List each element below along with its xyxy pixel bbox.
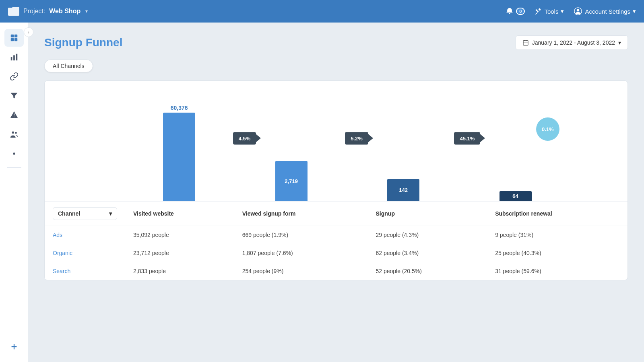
- bar-viewed-label: 2,719: [285, 178, 298, 184]
- project-dropdown-arrow: ▾: [85, 8, 88, 14]
- main-layout: ›: [0, 23, 644, 362]
- row-viewed-ads: 669 people (1.9%): [234, 226, 368, 244]
- svg-point-9: [12, 132, 14, 134]
- bar-visited-wrapper: 60,376: [163, 97, 195, 201]
- settings-icon: [10, 149, 19, 158]
- svg-rect-7: [13, 55, 15, 60]
- add-icon: [10, 342, 19, 351]
- row-renewal-search: 31 people (59.6%): [487, 262, 627, 280]
- date-range-button[interactable]: January 1, 2022 - August 3, 2022 ▾: [516, 35, 628, 50]
- svg-point-11: [13, 152, 15, 155]
- topnav: Project: Web Shop ▾ 0 Tools ▾ Account Se…: [0, 0, 644, 23]
- channel-select-label: Channel: [58, 210, 80, 217]
- sidebar-item-alerts[interactable]: [4, 106, 24, 124]
- table-row: Ads 35,092 people 669 people (1.9%) 29 p…: [45, 226, 627, 244]
- row-signup-ads: 29 people (4.3%): [368, 226, 487, 244]
- conv-badge-3: 45.1%: [454, 132, 480, 144]
- tools-arrow: ▾: [561, 8, 564, 15]
- row-signup-search: 52 people (20.5%): [368, 262, 487, 280]
- table-row: Search 2,833 people 254 people (9%) 52 p…: [45, 262, 627, 280]
- chart-col-viewed: 2,719 5.2%: [235, 89, 347, 201]
- row-channel-search: Search: [45, 262, 125, 280]
- all-channels-button[interactable]: All Channels: [44, 60, 93, 72]
- conv-circle: 0.1%: [536, 117, 559, 141]
- svg-rect-6: [10, 57, 12, 60]
- svg-rect-2: [10, 35, 13, 37]
- conv-badge-1: 4.5%: [233, 132, 256, 144]
- bar-visited-label: 60,376: [171, 105, 188, 111]
- chart-icon: [10, 53, 19, 62]
- sidebar-item-users[interactable]: [4, 125, 24, 143]
- page-header: Signup Funnel January 1, 2022 - August 3…: [44, 35, 628, 50]
- calendar-icon: [522, 39, 529, 46]
- conv-arrow-1: 4.5%: [233, 132, 256, 144]
- row-renewal-organic: 25 people (40.3%): [487, 244, 627, 262]
- table-header: Channel ▾ Visited website Viewed signup …: [45, 202, 627, 226]
- row-channel-organic: Organic: [45, 244, 125, 262]
- svg-rect-8: [16, 54, 17, 61]
- notification-badge: 0: [516, 8, 525, 15]
- chart-area: 60,376 4.5% 2,719: [45, 81, 627, 202]
- funnel-table: Channel ▾ Visited website Viewed signup …: [45, 202, 627, 280]
- conv-badge-2: 5.2%: [345, 132, 368, 144]
- chart-col-visited: 60,376 4.5%: [123, 89, 235, 201]
- row-visited-search: 2,833 people: [125, 262, 234, 280]
- conv-arrow-3: 45.1%: [454, 132, 480, 144]
- col-header-signup: Signup: [368, 202, 487, 226]
- svg-point-1: [577, 9, 579, 11]
- col-header-visited: Visited website: [125, 202, 234, 226]
- notifications-button[interactable]: 0: [506, 7, 525, 15]
- conv-arrow-2: 5.2%: [345, 132, 368, 144]
- chart-col-renewal: 64 0.1%: [459, 89, 571, 201]
- bar-signup-wrapper: 142: [387, 97, 419, 201]
- sidebar-item-charts[interactable]: [4, 48, 24, 66]
- bar-signup-label: 142: [399, 187, 408, 193]
- sidebar-item-settings[interactable]: [4, 145, 24, 162]
- sidebar-item-links[interactable]: [4, 68, 24, 85]
- wrench-icon: [535, 8, 542, 15]
- row-viewed-organic: 1,807 people (7.6%): [234, 244, 368, 262]
- account-arrow: ▾: [633, 8, 636, 15]
- svg-rect-14: [523, 41, 528, 45]
- sidebar-toggle[interactable]: ›: [24, 27, 33, 37]
- svg-rect-5: [14, 38, 17, 41]
- search-link[interactable]: Search: [53, 268, 70, 274]
- row-viewed-search: 254 people (9%): [234, 262, 368, 280]
- link-icon: [10, 72, 19, 81]
- row-renewal-ads: 9 people (31%): [487, 226, 627, 244]
- row-channel-ads: Ads: [45, 226, 125, 244]
- alert-icon: [10, 111, 19, 119]
- dashboard-icon: [10, 33, 19, 42]
- page-title: Signup Funnel: [44, 36, 122, 49]
- tools-label: Tools: [544, 8, 558, 15]
- filter-icon: [10, 91, 19, 100]
- date-range-arrow: ▾: [618, 39, 621, 46]
- table-row: Organic 23,712 people 1,807 people (7.6%…: [45, 244, 627, 262]
- sidebar-add-button[interactable]: [4, 338, 24, 356]
- bar-renewal-label: 64: [512, 193, 518, 199]
- ads-link[interactable]: Ads: [53, 232, 62, 238]
- channel-select[interactable]: Channel ▾: [53, 207, 117, 220]
- project-name: Web Shop: [49, 8, 80, 15]
- table-header-row: Channel ▾ Visited website Viewed signup …: [45, 202, 627, 226]
- bar-signup: 142: [387, 179, 419, 201]
- folder-icon: [8, 7, 19, 16]
- funnel-card: 60,376 4.5% 2,719: [44, 80, 628, 280]
- project-selector[interactable]: Project: Web Shop ▾: [8, 7, 88, 16]
- bar-viewed: 2,719: [275, 161, 308, 201]
- organic-link[interactable]: Organic: [53, 250, 72, 256]
- col-header-channel: Channel ▾: [45, 202, 125, 226]
- account-settings-button[interactable]: Account Settings ▾: [574, 7, 636, 16]
- filter-bar: All Channels: [44, 60, 628, 72]
- sidebar-divider: [7, 167, 21, 168]
- tools-button[interactable]: Tools ▾: [535, 8, 564, 15]
- sidebar-item-dashboard[interactable]: [4, 29, 24, 47]
- bar-visited: [163, 113, 195, 201]
- row-visited-ads: 35,092 people: [125, 226, 234, 244]
- table-body: Ads 35,092 people 669 people (1.9%) 29 p…: [45, 226, 627, 280]
- sidebar-item-filter[interactable]: [4, 87, 24, 105]
- users-icon: [10, 130, 19, 139]
- svg-rect-4: [10, 38, 13, 41]
- project-label: Project:: [23, 8, 45, 15]
- row-signup-organic: 62 people (3.4%): [368, 244, 487, 262]
